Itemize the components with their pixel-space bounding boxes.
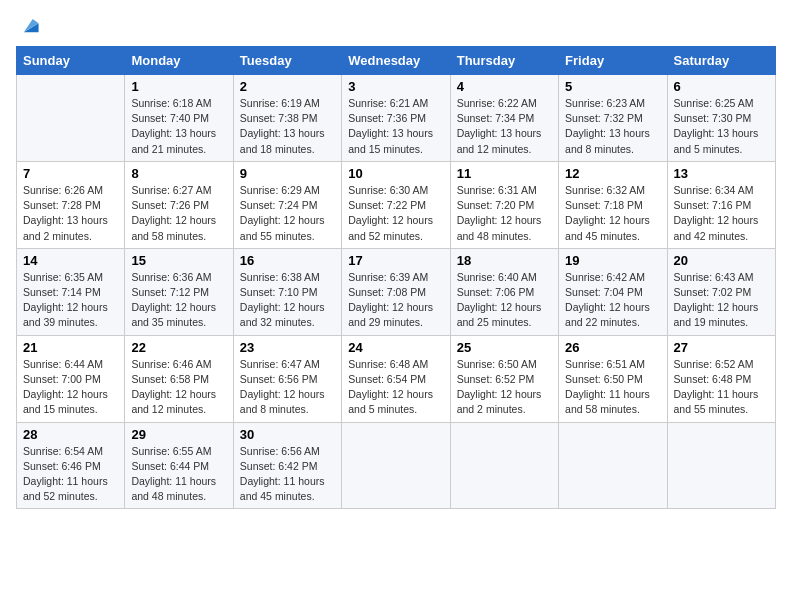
- day-cell: 2Sunrise: 6:19 AMSunset: 7:38 PMDaylight…: [233, 75, 341, 162]
- day-number: 13: [674, 166, 769, 181]
- day-info-line: and 8 minutes.: [565, 143, 634, 155]
- day-info: Sunrise: 6:56 AMSunset: 6:42 PMDaylight:…: [240, 444, 335, 505]
- day-info: Sunrise: 6:25 AMSunset: 7:30 PMDaylight:…: [674, 96, 769, 157]
- day-info-line: Sunrise: 6:21 AM: [348, 97, 428, 109]
- day-info-line: and 8 minutes.: [240, 403, 309, 415]
- day-number: 8: [131, 166, 226, 181]
- day-info: Sunrise: 6:48 AMSunset: 6:54 PMDaylight:…: [348, 357, 443, 418]
- day-info: Sunrise: 6:40 AMSunset: 7:06 PMDaylight:…: [457, 270, 552, 331]
- day-number: 9: [240, 166, 335, 181]
- day-number: 23: [240, 340, 335, 355]
- day-info: Sunrise: 6:30 AMSunset: 7:22 PMDaylight:…: [348, 183, 443, 244]
- day-cell: 29Sunrise: 6:55 AMSunset: 6:44 PMDayligh…: [125, 422, 233, 509]
- day-cell: 23Sunrise: 6:47 AMSunset: 6:56 PMDayligh…: [233, 335, 341, 422]
- day-info: Sunrise: 6:23 AMSunset: 7:32 PMDaylight:…: [565, 96, 660, 157]
- day-number: 6: [674, 79, 769, 94]
- day-number: 30: [240, 427, 335, 442]
- day-info-line: Sunset: 7:34 PM: [457, 112, 535, 124]
- day-info-line: Sunrise: 6:22 AM: [457, 97, 537, 109]
- day-number: 10: [348, 166, 443, 181]
- day-number: 15: [131, 253, 226, 268]
- day-cell: [559, 422, 667, 509]
- day-cell: 14Sunrise: 6:35 AMSunset: 7:14 PMDayligh…: [17, 248, 125, 335]
- day-info-line: Sunset: 7:40 PM: [131, 112, 209, 124]
- day-cell: 17Sunrise: 6:39 AMSunset: 7:08 PMDayligh…: [342, 248, 450, 335]
- day-cell: 10Sunrise: 6:30 AMSunset: 7:22 PMDayligh…: [342, 161, 450, 248]
- day-info-line: Daylight: 13 hours: [348, 127, 433, 139]
- day-info-line: Sunset: 7:32 PM: [565, 112, 643, 124]
- day-info-line: Sunrise: 6:30 AM: [348, 184, 428, 196]
- day-info-line: Daylight: 12 hours: [674, 301, 759, 313]
- day-info-line: Daylight: 12 hours: [674, 214, 759, 226]
- day-number: 3: [348, 79, 443, 94]
- day-cell: 25Sunrise: 6:50 AMSunset: 6:52 PMDayligh…: [450, 335, 558, 422]
- day-info: Sunrise: 6:32 AMSunset: 7:18 PMDaylight:…: [565, 183, 660, 244]
- day-info-line: Sunset: 7:20 PM: [457, 199, 535, 211]
- day-info-line: and 55 minutes.: [674, 403, 749, 415]
- day-info-line: Sunset: 6:58 PM: [131, 373, 209, 385]
- day-info-line: Sunrise: 6:18 AM: [131, 97, 211, 109]
- day-cell: 3Sunrise: 6:21 AMSunset: 7:36 PMDaylight…: [342, 75, 450, 162]
- day-info-line: Sunset: 7:38 PM: [240, 112, 318, 124]
- day-info-line: Daylight: 12 hours: [131, 301, 216, 313]
- day-info-line: and 12 minutes.: [457, 143, 532, 155]
- day-number: 21: [23, 340, 118, 355]
- day-info-line: and 58 minutes.: [565, 403, 640, 415]
- day-number: 20: [674, 253, 769, 268]
- day-cell: [17, 75, 125, 162]
- day-info: Sunrise: 6:26 AMSunset: 7:28 PMDaylight:…: [23, 183, 118, 244]
- day-info-line: Sunrise: 6:43 AM: [674, 271, 754, 283]
- day-info: Sunrise: 6:27 AMSunset: 7:26 PMDaylight:…: [131, 183, 226, 244]
- day-info-line: Daylight: 12 hours: [348, 301, 433, 313]
- day-cell: 1Sunrise: 6:18 AMSunset: 7:40 PMDaylight…: [125, 75, 233, 162]
- day-info: Sunrise: 6:38 AMSunset: 7:10 PMDaylight:…: [240, 270, 335, 331]
- day-info: Sunrise: 6:50 AMSunset: 6:52 PMDaylight:…: [457, 357, 552, 418]
- day-info-line: and 12 minutes.: [131, 403, 206, 415]
- day-info-line: Daylight: 13 hours: [565, 127, 650, 139]
- day-cell: 30Sunrise: 6:56 AMSunset: 6:42 PMDayligh…: [233, 422, 341, 509]
- day-info-line: Daylight: 12 hours: [23, 388, 108, 400]
- day-info-line: Daylight: 12 hours: [240, 388, 325, 400]
- day-info-line: Sunset: 7:02 PM: [674, 286, 752, 298]
- week-row-4: 21Sunrise: 6:44 AMSunset: 7:00 PMDayligh…: [17, 335, 776, 422]
- day-cell: 9Sunrise: 6:29 AMSunset: 7:24 PMDaylight…: [233, 161, 341, 248]
- day-info-line: Sunrise: 6:48 AM: [348, 358, 428, 370]
- day-info-line: Sunset: 7:12 PM: [131, 286, 209, 298]
- week-row-3: 14Sunrise: 6:35 AMSunset: 7:14 PMDayligh…: [17, 248, 776, 335]
- day-info-line: Sunrise: 6:34 AM: [674, 184, 754, 196]
- day-number: 28: [23, 427, 118, 442]
- day-info-line: Sunrise: 6:46 AM: [131, 358, 211, 370]
- day-info-line: and 48 minutes.: [131, 490, 206, 502]
- day-info-line: Sunset: 6:46 PM: [23, 460, 101, 472]
- day-info-line: and 42 minutes.: [674, 230, 749, 242]
- day-cell: 13Sunrise: 6:34 AMSunset: 7:16 PMDayligh…: [667, 161, 775, 248]
- day-number: 26: [565, 340, 660, 355]
- day-info-line: Daylight: 11 hours: [240, 475, 325, 487]
- day-info-line: Sunrise: 6:23 AM: [565, 97, 645, 109]
- day-info-line: Sunrise: 6:25 AM: [674, 97, 754, 109]
- day-number: 7: [23, 166, 118, 181]
- day-info-line: and 55 minutes.: [240, 230, 315, 242]
- day-number: 24: [348, 340, 443, 355]
- day-info-line: Sunset: 7:18 PM: [565, 199, 643, 211]
- day-info-line: Daylight: 12 hours: [457, 388, 542, 400]
- day-info: Sunrise: 6:46 AMSunset: 6:58 PMDaylight:…: [131, 357, 226, 418]
- day-info-line: Sunrise: 6:40 AM: [457, 271, 537, 283]
- day-info-line: Sunset: 7:36 PM: [348, 112, 426, 124]
- day-info-line: and 5 minutes.: [348, 403, 417, 415]
- day-info-line: and 15 minutes.: [23, 403, 98, 415]
- day-info-line: Sunrise: 6:35 AM: [23, 271, 103, 283]
- day-info-line: Sunrise: 6:42 AM: [565, 271, 645, 283]
- day-info-line: Sunrise: 6:47 AM: [240, 358, 320, 370]
- day-info: Sunrise: 6:55 AMSunset: 6:44 PMDaylight:…: [131, 444, 226, 505]
- day-info-line: Daylight: 12 hours: [348, 214, 433, 226]
- day-info-line: and 29 minutes.: [348, 316, 423, 328]
- day-cell: 28Sunrise: 6:54 AMSunset: 6:46 PMDayligh…: [17, 422, 125, 509]
- day-info-line: and 39 minutes.: [23, 316, 98, 328]
- day-cell: [450, 422, 558, 509]
- day-info: Sunrise: 6:18 AMSunset: 7:40 PMDaylight:…: [131, 96, 226, 157]
- day-info-line: Sunrise: 6:55 AM: [131, 445, 211, 457]
- day-cell: 18Sunrise: 6:40 AMSunset: 7:06 PMDayligh…: [450, 248, 558, 335]
- day-info-line: and 21 minutes.: [131, 143, 206, 155]
- logo-icon: [18, 16, 40, 38]
